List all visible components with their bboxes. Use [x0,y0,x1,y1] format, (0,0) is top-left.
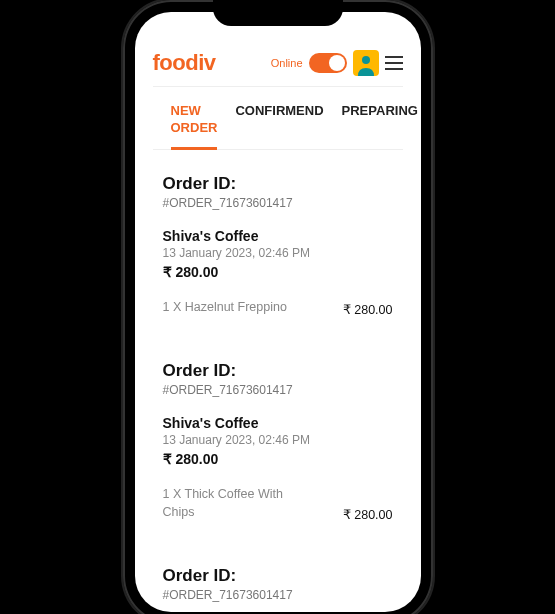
order-store-block: Shiva's Coffee 13 January 2023, 02:46 PM… [163,415,393,467]
order-card[interactable]: Order ID: #ORDER_71673601417 [163,566,393,602]
phone-frame: foodiv Online NEW ORDER CONFIRMEND PREP [123,0,433,614]
order-total: ₹ 280.00 [163,451,393,467]
phone-notch [213,0,343,26]
order-id: #ORDER_71673601417 [163,383,393,397]
line-item-price: ₹ 280.00 [343,507,393,522]
tab-new-order[interactable]: NEW ORDER [171,103,218,150]
order-id-label: Order ID: [163,566,393,586]
line-item-name: 1 X Hazelnut Freppino [163,298,287,317]
brand-logo[interactable]: foodiv [153,50,216,76]
online-toggle[interactable] [309,53,347,73]
order-card[interactable]: Order ID: #ORDER_71673601417 Shiva's Cof… [163,174,393,317]
order-card[interactable]: Order ID: #ORDER_71673601417 Shiva's Cof… [163,361,393,523]
orders-list: Order ID: #ORDER_71673601417 Shiva's Cof… [135,150,421,612]
person-icon [356,54,376,76]
order-id-label: Order ID: [163,361,393,381]
svg-point-0 [362,56,370,64]
menu-icon[interactable] [385,56,403,70]
avatar[interactable] [353,50,379,76]
order-id-label: Order ID: [163,174,393,194]
online-label: Online [271,57,303,69]
order-store-block: Shiva's Coffee 13 January 2023, 02:46 PM… [163,228,393,280]
order-line: 1 X Thick Coffee With Chips ₹ 280.00 [163,485,393,523]
line-item-price: ₹ 280.00 [343,302,393,317]
order-id: #ORDER_71673601417 [163,196,393,210]
order-datetime: 13 January 2023, 02:46 PM [163,433,393,447]
line-item-name: 1 X Thick Coffee With Chips [163,485,313,523]
order-datetime: 13 January 2023, 02:46 PM [163,246,393,260]
order-line: 1 X Hazelnut Freppino ₹ 280.00 [163,298,393,317]
order-total: ₹ 280.00 [163,264,393,280]
store-name: Shiva's Coffee [163,228,393,244]
app-screen: foodiv Online NEW ORDER CONFIRMEND PREP [135,12,421,612]
tab-confirmed[interactable]: CONFIRMEND [235,103,323,149]
tabs: NEW ORDER CONFIRMEND PREPARING [153,87,403,150]
order-id: #ORDER_71673601417 [163,588,393,602]
header-right: Online [271,50,403,76]
store-name: Shiva's Coffee [163,415,393,431]
tab-preparing[interactable]: PREPARING [342,103,418,149]
